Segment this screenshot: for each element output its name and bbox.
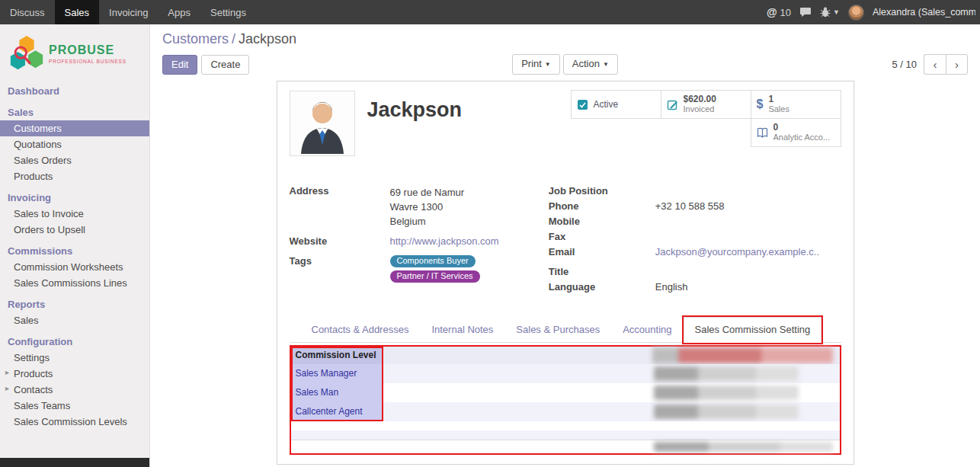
redacted-blur — [652, 347, 833, 363]
job-position-field: Job Position — [549, 185, 841, 198]
commission-row-callcenter-agent[interactable]: Callcenter Agent — [291, 402, 840, 421]
language-value: English — [655, 281, 688, 294]
analytic-label: Analytic Acco... — [773, 133, 831, 142]
sidebar-item-commission-worksheets[interactable]: Commission Worksheets — [0, 259, 149, 275]
commission-level-cell: Sales Man — [291, 383, 382, 402]
action-label: Action — [572, 58, 600, 69]
commission-row-sales-manager[interactable]: Sales Manager — [291, 364, 840, 383]
create-button[interactable]: Create — [201, 55, 249, 75]
cp-pager: 5 / 10 ‹ › — [702, 54, 968, 75]
sidebar-heading-invoicing[interactable]: Invoicing — [0, 190, 149, 206]
user-menu[interactable]: Alexandra (Sales_comm.. — [873, 7, 975, 18]
sidebar-item-settings[interactable]: Settings — [0, 350, 149, 366]
print-label: Print — [521, 58, 542, 69]
redacted-blur — [654, 366, 799, 381]
tags-label: Tags — [290, 255, 390, 283]
commission-level-column-header[interactable]: Commission Level — [291, 347, 382, 364]
sidebar: PROBUSE PROFESSIONAL BUSINESS Dashboard … — [0, 24, 150, 467]
user-avatar[interactable] — [848, 5, 864, 21]
invoiced-label: Invoiced — [684, 104, 716, 114]
invoiced-amount: $620.00 — [684, 94, 716, 104]
tab-internal-notes[interactable]: Internal Notes — [420, 317, 504, 343]
sidebar-nav: Dashboard Sales Customers Quotations Sal… — [0, 83, 149, 430]
debug-icon[interactable]: ▼ — [820, 7, 840, 18]
notebook-tabs: Contacts & Addresses Internal Notes Sale… — [290, 316, 841, 343]
pager-value: 5 / 10 — [892, 59, 917, 70]
sidebar-item-sales-commission-levels[interactable]: Sales Commission Levels — [0, 414, 149, 430]
sidebar-heading-reports[interactable]: Reports — [0, 296, 149, 312]
sidebar-item-config-contacts[interactable]: ▸Contacts — [0, 382, 149, 398]
record-photo[interactable] — [290, 91, 355, 156]
commission-table-annotation-box: Commission Level Sales Manager Sales Man… — [290, 345, 841, 455]
mobile-label: Mobile — [549, 216, 655, 229]
sidebar-bottom-bar — [0, 458, 150, 467]
sidebar-item-sales-commissions-lines[interactable]: Sales Commissions Lines — [0, 275, 149, 291]
menu-sales[interactable]: Sales — [55, 0, 100, 24]
website-link[interactable]: http://www.jackpson.com — [390, 235, 499, 247]
address-city: Wavre 1300 — [390, 200, 465, 214]
sidebar-item-products[interactable]: Products — [0, 168, 149, 184]
sidebar-item-sales-to-invoice[interactable]: Sales to Invoice — [0, 206, 149, 222]
invoiced-stat-button[interactable]: $620.00 Invoiced — [661, 90, 751, 119]
empty-row — [291, 430, 840, 440]
sidebar-item-customers[interactable]: Customers — [0, 120, 149, 136]
sidebar-item-sales-teams[interactable]: Sales Teams — [0, 398, 149, 414]
sales-stat-button[interactable]: $ 1 Sales — [751, 90, 841, 119]
sales-label: Sales — [768, 104, 789, 114]
redacted-footer-cell — [382, 440, 840, 453]
commission-row-sales-man[interactable]: Sales Man — [291, 383, 840, 402]
language-field: Language English — [549, 281, 841, 294]
redacted-blur — [654, 385, 799, 400]
sidebar-item-config-products[interactable]: ▸Products — [0, 366, 149, 382]
mention-counter[interactable]: @ 10 — [767, 6, 791, 18]
email-field: Email Jackpson@yourcompany.example.c.. — [549, 246, 841, 259]
sidebar-heading-commissions[interactable]: Commissions — [0, 243, 149, 259]
menu-discuss[interactable]: Discuss — [0, 0, 55, 24]
sidebar-item-sales-orders[interactable]: Sales Orders — [0, 152, 149, 168]
active-stat-button[interactable]: Active — [571, 90, 661, 119]
tab-accounting[interactable]: Accounting — [611, 317, 683, 343]
breadcrumb-current: Jackpson — [239, 31, 296, 46]
tab-contacts-addresses[interactable]: Contacts & Addresses — [300, 317, 421, 343]
tag-partner-it-services: Partner / IT Services — [390, 270, 480, 283]
tab-sales-commission-setting[interactable]: Sales Commission Setting — [684, 317, 822, 343]
sidebar-heading-dashboard[interactable]: Dashboard — [0, 83, 149, 99]
pager-previous-button[interactable]: ‹ — [924, 54, 946, 75]
action-dropdown-button[interactable]: Action▼ — [563, 54, 618, 75]
job-position-label: Job Position — [549, 185, 655, 198]
sidebar-item-quotations[interactable]: Quotations — [0, 136, 149, 152]
sidebar-heading-configuration[interactable]: Configuration — [0, 334, 149, 350]
redacted-cell — [382, 364, 840, 383]
menu-invoicing[interactable]: Invoicing — [99, 0, 158, 24]
chevron-right-icon: ▸ — [5, 384, 9, 392]
mobile-field: Mobile — [549, 216, 841, 229]
main-content: Customers/Jackpson Edit Create Print▼ Ac… — [150, 24, 980, 467]
menu-apps[interactable]: Apps — [158, 0, 200, 24]
breadcrumb-customers-link[interactable]: Customers — [162, 31, 229, 46]
analytic-stat-button[interactable]: 0 Analytic Acco... — [751, 118, 841, 147]
title-label: Title — [549, 266, 655, 279]
tab-sales-purchases[interactable]: Sales & Purchases — [504, 317, 611, 343]
sidebar-item-reports-sales[interactable]: Sales — [0, 312, 149, 328]
pager-next-button[interactable]: › — [946, 54, 968, 75]
redacted-cell — [382, 402, 840, 421]
sidebar-heading-sales[interactable]: Sales — [0, 104, 149, 120]
tags-field: Tags Components Buyer Partner / IT Servi… — [290, 255, 549, 283]
active-stat-label: Active — [594, 100, 619, 110]
dollar-icon: $ — [757, 98, 764, 111]
address-value: 69 rue de Namur Wavre 1300 Belgium — [390, 185, 465, 229]
topbar-right: @ 10 ▼ Alexandra (Sales_comm.. — [767, 0, 980, 24]
edit-button[interactable]: Edit — [162, 55, 197, 75]
chevron-down-icon: ▼ — [545, 59, 551, 71]
menu-settings[interactable]: Settings — [200, 0, 256, 24]
email-link[interactable]: Jackpson@yourcompany.example.c.. — [655, 246, 819, 257]
breadcrumb-separator: / — [232, 31, 235, 46]
chat-icon[interactable] — [799, 7, 812, 18]
edit-invoice-icon — [667, 99, 678, 110]
phone-label: Phone — [549, 200, 655, 213]
sidebar-item-orders-to-upsell[interactable]: Orders to Upsell — [0, 222, 149, 238]
print-dropdown-button[interactable]: Print▼ — [512, 54, 560, 75]
address-street: 69 rue de Namur — [390, 185, 465, 200]
empty-row — [291, 421, 840, 430]
pager-buttons: ‹ › — [924, 54, 968, 75]
